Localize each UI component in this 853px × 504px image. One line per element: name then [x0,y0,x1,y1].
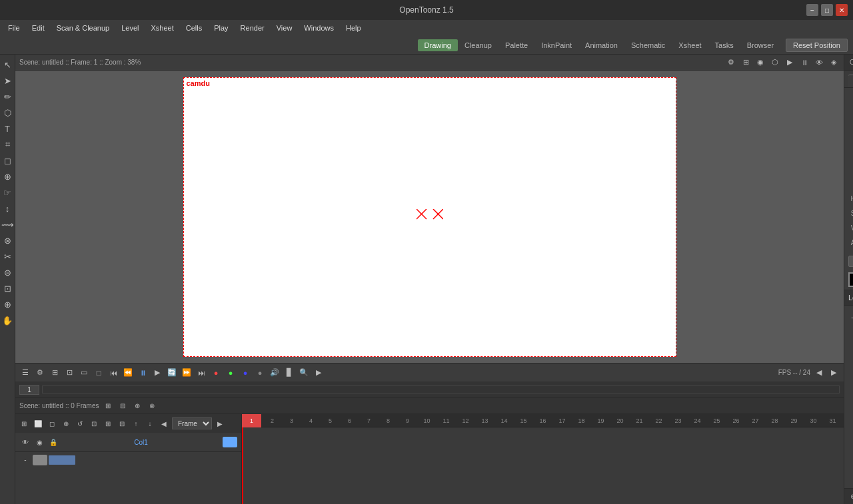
player-grid-btn[interactable]: ⊞ [49,367,61,379]
tl-clp-btn[interactable]: ⊕ [60,417,72,429]
player-search-btn[interactable]: 🔍 [298,367,310,379]
viewer-quality-btn[interactable]: ◈ [828,57,840,69]
tool-text[interactable]: T [0,121,15,136]
tool-fill[interactable]: ⌗ [0,137,15,152]
menu-item-view[interactable]: View [271,23,298,33]
menu-item-scan-&-cleanup[interactable]: Scan & Cleanup [51,23,115,33]
tl-prev-btn[interactable]: ◀ [158,417,170,429]
mode-tab-xsheet[interactable]: Xsheet [672,39,708,51]
player-grey-btn[interactable]: ● [254,367,266,379]
menu-item-cells[interactable]: Cells [181,23,207,33]
tool-shape[interactable]: ⬡ [0,105,15,120]
menu-item-file[interactable]: File [3,23,25,33]
viewer-camera-btn[interactable]: ◉ [754,57,766,69]
maximize-button[interactable]: □ [821,4,833,16]
mode-tab-drawing[interactable]: Drawing [418,39,458,51]
frame-scrollbar[interactable] [42,385,840,393]
player-bars-btn[interactable]: ▊ [283,367,295,379]
menu-item-render[interactable]: Render [235,23,270,33]
viewer-eye-btn[interactable]: 👁 [813,57,825,69]
tool-eraser[interactable]: ◻ [0,153,15,168]
col-lock-btn[interactable]: 🔒 [47,436,59,448]
viewer-pause-btn[interactable]: ⏸ [798,57,810,69]
tl-ref-btn[interactable]: ↺ [74,417,86,429]
viewer-grid-btn[interactable]: ⊞ [740,57,752,69]
tool-zoom[interactable]: ⊕ [0,297,15,312]
frame-type-selector[interactable]: Frame [172,417,212,429]
menu-item-help[interactable]: Help [341,23,367,33]
player-green-btn[interactable]: ● [225,367,237,379]
auto-button[interactable]: Auto [848,256,853,267]
tool-rgb-picker[interactable]: ⊡ [0,281,15,296]
col-minus-btn[interactable]: - [19,454,31,466]
mode-tab-inknpaint[interactable]: InknPaint [534,39,578,51]
player-sub-btn[interactable]: □ [93,367,105,379]
player-prev-btn[interactable]: ⏪ [122,367,134,379]
tool-select[interactable]: ↖ [0,57,15,72]
color-swatch[interactable] [848,272,853,287]
tool-magnet[interactable]: ⊗ [0,233,15,248]
tl-del-btn[interactable]: ⊟ [116,417,128,429]
player-blue-btn[interactable]: ● [239,367,251,379]
player-arrow-btn[interactable]: ▶ [313,367,325,379]
player-lock-btn[interactable]: ⊡ [63,367,75,379]
player-loop-btn[interactable]: 🔄 [166,367,178,379]
close-button[interactable]: ✕ [836,4,848,16]
mode-tab-palette[interactable]: Palette [498,39,534,51]
timeline-btn1[interactable]: ⊞ [102,400,114,412]
player-menu-btn[interactable]: ☰ [19,367,31,379]
menu-item-edit[interactable]: Edit [27,23,50,33]
frame-input[interactable] [19,385,39,395]
mode-tab-cleanup[interactable]: Cleanup [458,39,498,51]
tool-tape[interactable]: ⊕ [0,169,15,184]
player-skip-start-btn[interactable]: ⏮ [107,367,119,379]
tool-iron[interactable]: ⟿ [0,217,15,232]
tl-col-btn[interactable]: ⊞ [102,417,114,429]
menu-item-level[interactable]: Level [116,23,144,33]
mode-tab-tasks[interactable]: Tasks [708,39,740,51]
mode-tab-animation[interactable]: Animation [578,39,624,51]
menu-item-windows[interactable]: Windows [299,23,339,33]
hexagon-picker[interactable] [848,92,853,185]
menu-item-play[interactable]: Play [209,23,233,33]
player-next-btn[interactable]: ⏩ [181,367,193,379]
viewer-settings-btn[interactable]: ⚙ [725,57,737,69]
tool-hand[interactable]: ✋ [0,313,15,328]
col-visibility-btn[interactable]: 👁 [19,436,31,448]
player-play-btn[interactable]: ▶ [151,367,163,379]
tl-sub-btn[interactable]: ⊡ [88,417,100,429]
timeline-btn3[interactable]: ⊕ [131,400,143,412]
tl-mov-btn[interactable]: ◻ [46,417,58,429]
viewer-onion-btn[interactable]: ⬡ [769,57,781,69]
tool-pump[interactable]: ⊜ [0,265,15,280]
viewer-play-btn[interactable]: ▶ [784,57,796,69]
rp-btn1[interactable]: ⊕ [847,491,853,503]
tool-arrow[interactable]: ➤ [0,73,15,88]
player-red-btn[interactable]: ● [210,367,222,379]
player-pause-btn[interactable]: ⏸ [137,367,149,379]
player-skip-end-btn[interactable]: ⏭ [195,367,207,379]
col-camera-btn[interactable]: ◉ [33,436,45,448]
player-prev2-btn[interactable]: ◀ [813,367,825,379]
tl-arr2-btn[interactable]: ↓ [144,417,156,429]
timeline-btn4[interactable]: ⊗ [146,400,158,412]
mode-tab-schematic[interactable]: Schematic [624,39,672,51]
tool-brush[interactable]: ✏ [0,89,15,104]
tab-color[interactable]: Color [848,75,853,87]
player-next2-btn[interactable]: ▶ [828,367,840,379]
minimize-button[interactable]: − [806,4,818,16]
tl-next-btn[interactable]: ▶ [214,417,226,429]
mode-tab-browser[interactable]: Browser [740,39,780,51]
tool-finger[interactable]: ☞ [0,185,15,200]
player-audio-btn[interactable]: 🔊 [269,367,281,379]
timeline-btn2[interactable]: ⊟ [117,400,129,412]
reset-position-button[interactable]: Reset Position [786,39,848,52]
tool-scissors[interactable]: ✂ [0,249,15,264]
tl-arr1-btn[interactable]: ↑ [130,417,142,429]
menu-item-xsheet[interactable]: Xsheet [146,23,179,33]
player-settings-btn[interactable]: ⚙ [34,367,46,379]
tl-add-btn[interactable]: ⊞ [18,417,30,429]
tool-bender[interactable]: ↕ [0,201,15,216]
tl-img-btn[interactable]: ⬜ [32,417,44,429]
player-safe-btn[interactable]: ▭ [78,367,90,379]
